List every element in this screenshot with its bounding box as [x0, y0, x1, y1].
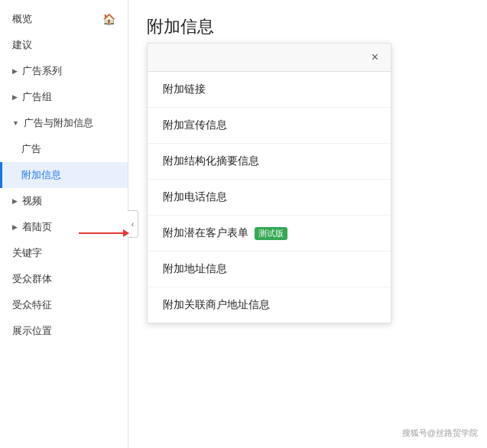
- sidebar-item-audience-traits[interactable]: 受众特征: [0, 292, 128, 318]
- sidebar-item-ad-series[interactable]: 广告系列: [0, 58, 128, 84]
- dropdown-item-label: 附加关联商户地址信息: [163, 298, 270, 312]
- sidebar-item-label: 建议: [12, 38, 32, 52]
- dropdown-item-add-link[interactable]: 附加链接: [148, 72, 391, 108]
- watermark: 搜狐号@丝路贸学院: [402, 427, 478, 439]
- sidebar-item-ad-info[interactable]: 广告与附加信息: [0, 110, 128, 136]
- dropdown-item-label: 附加电话信息: [163, 190, 227, 204]
- sidebar-item-label: 广告系列: [22, 64, 62, 78]
- chevron-left-icon: ‹: [131, 220, 134, 229]
- sidebar-item-label: 广告与附加信息: [24, 116, 93, 130]
- sidebar-item-label: 广告: [21, 142, 41, 156]
- sidebar-item-landing-page[interactable]: 着陆页: [0, 214, 128, 240]
- dropdown-item-add-merchant[interactable]: 附加关联商户地址信息: [148, 287, 391, 323]
- dropdown-item-add-structured[interactable]: 附加结构化摘要信息: [148, 144, 391, 180]
- sidebar-item-suggestion[interactable]: 建议: [0, 32, 128, 58]
- dropdown-header: ×: [148, 44, 391, 72]
- dropdown-item-label: 附加结构化摘要信息: [163, 154, 259, 168]
- sidebar-item-ad[interactable]: 广告: [0, 136, 128, 162]
- dropdown-item-label: 附加地址信息: [163, 262, 227, 276]
- sidebar-item-display-position[interactable]: 展示位置: [0, 318, 128, 344]
- sidebar-item-label: 广告组: [22, 90, 52, 104]
- home-icon: 🏠: [102, 13, 115, 25]
- close-button[interactable]: ×: [372, 51, 378, 63]
- sidebar-item-ad-group[interactable]: 广告组: [0, 84, 128, 110]
- dropdown-item-label: 附加潜在客户表单: [163, 226, 248, 240]
- sidebar-item-label: 着陆页: [22, 220, 52, 234]
- sidebar-collapse-tab[interactable]: ‹: [128, 210, 138, 238]
- page-title: 附加信息: [147, 15, 469, 38]
- dropdown-item-add-leads[interactable]: 附加潜在客户表单 测试版: [148, 216, 391, 252]
- sidebar-item-overview[interactable]: 概览 🏠: [0, 6, 128, 32]
- sidebar-item-keywords[interactable]: 关键字: [0, 240, 128, 266]
- sidebar-item-video[interactable]: 视频: [0, 188, 128, 214]
- sidebar-item-label: 受众群体: [12, 272, 52, 286]
- sidebar-item-ad-extra[interactable]: 附加信息: [0, 162, 128, 188]
- sidebar-item-audience[interactable]: 受众群体: [0, 266, 128, 292]
- main-content: 附加信息 × 附加链接 附加宣传信息 附加结构化摘要信息 附加电话信息 附加潜在…: [128, 0, 487, 448]
- dropdown-item-label: 附加宣传信息: [163, 118, 227, 132]
- sidebar-item-label: 受众特征: [12, 298, 52, 312]
- dropdown-item-add-promo[interactable]: 附加宣传信息: [148, 108, 391, 144]
- sidebar-item-label: 概览: [12, 12, 32, 26]
- sidebar-item-label: 关键字: [12, 246, 42, 260]
- sidebar: 概览 🏠 建议 广告系列 广告组 广告与附加信息 广告 附加信息 视频: [0, 0, 128, 448]
- dropdown-panel: × 附加链接 附加宣传信息 附加结构化摘要信息 附加电话信息 附加潜在客户表单 …: [147, 43, 391, 323]
- sidebar-item-label: 视频: [22, 194, 42, 208]
- sidebar-item-label: 附加信息: [21, 168, 61, 182]
- dropdown-item-label: 附加链接: [163, 83, 206, 96]
- test-badge: 测试版: [255, 227, 287, 240]
- sidebar-item-label: 展示位置: [12, 324, 52, 338]
- dropdown-item-add-address[interactable]: 附加地址信息: [148, 252, 391, 287]
- dropdown-item-add-phone[interactable]: 附加电话信息: [148, 180, 391, 216]
